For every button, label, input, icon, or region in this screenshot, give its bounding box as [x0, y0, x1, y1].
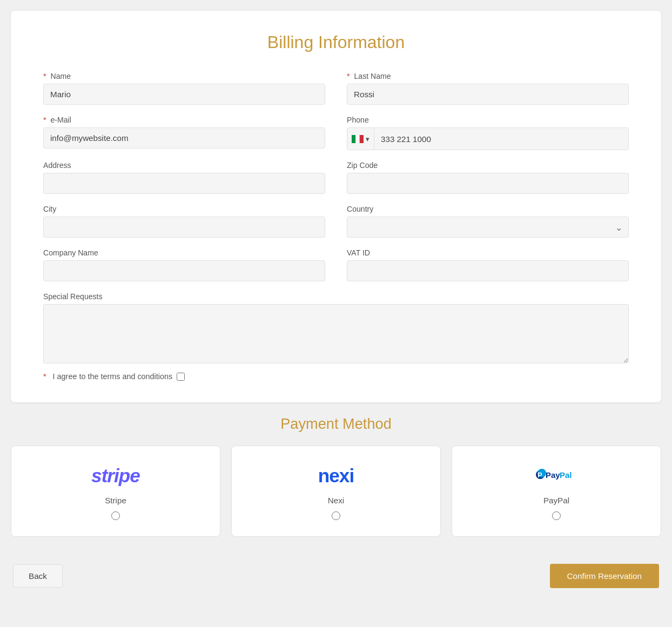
special-requests-label: Special Requests [43, 292, 629, 301]
page-wrapper: Billing Information * Name * Last Name [11, 11, 661, 588]
stripe-payment-card[interactable]: stripe Stripe [11, 446, 220, 537]
address-group: Address [43, 161, 325, 194]
special-requests-group: Special Requests [43, 292, 629, 363]
address-label: Address [43, 161, 325, 170]
paypal-radio[interactable] [552, 511, 561, 520]
vat-id-input[interactable] [347, 260, 629, 281]
phone-label: Phone [347, 116, 629, 124]
zip-code-group: Zip Code [347, 161, 629, 194]
italy-flag-icon [352, 135, 364, 143]
stripe-radio[interactable] [111, 511, 120, 520]
svg-text:P: P [537, 471, 542, 479]
stripe-name: Stripe [105, 496, 126, 505]
billing-title: Billing Information [43, 32, 629, 52]
phone-input[interactable] [374, 129, 628, 149]
billing-card: Billing Information * Name * Last Name [11, 11, 661, 402]
stripe-logo: stripe [91, 462, 140, 489]
phone-flag[interactable]: ▾ [347, 128, 374, 150]
special-requests-textarea[interactable] [43, 304, 629, 363]
name-required-star: * [43, 72, 46, 80]
payment-section: Payment Method stripe Stripe nexi Nexi [11, 415, 661, 548]
name-group: * Name [43, 72, 325, 105]
paypal-logo: P Pay Pal [535, 462, 578, 489]
zip-code-label: Zip Code [347, 161, 629, 170]
name-label: * Name [43, 72, 325, 80]
nexi-radio[interactable] [332, 511, 340, 520]
nexi-logo: nexi [318, 462, 354, 489]
footer-buttons: Back Confirm Reservation [11, 564, 661, 588]
svg-text:Pay: Pay [546, 470, 560, 480]
svg-rect-2 [360, 135, 364, 143]
svg-rect-1 [355, 135, 359, 143]
svg-rect-0 [352, 135, 355, 143]
back-button[interactable]: Back [13, 564, 63, 588]
email-label: * e-Mail [43, 116, 325, 124]
email-required-star: * [43, 116, 46, 124]
name-input[interactable] [43, 84, 325, 105]
email-input[interactable] [43, 127, 325, 149]
city-group: City [43, 205, 325, 238]
svg-text:Pal: Pal [560, 470, 572, 480]
terms-checkbox[interactable] [177, 373, 185, 381]
address-input[interactable] [43, 173, 325, 194]
country-label: Country [347, 205, 629, 213]
payment-title: Payment Method [11, 415, 661, 433]
last-name-label: * Last Name [347, 72, 629, 80]
terms-label: I agree to the terms and conditions [53, 372, 173, 381]
country-select-wrapper: Italy United States Germany France [347, 217, 629, 238]
payment-grid: stripe Stripe nexi Nexi [11, 446, 661, 537]
last-name-required-star: * [347, 72, 350, 80]
form-grid: * Name * Last Name * [43, 72, 629, 363]
nexi-payment-card[interactable]: nexi Nexi [231, 446, 441, 537]
email-group: * e-Mail [43, 116, 325, 150]
terms-required-star: * [43, 372, 46, 381]
paypal-payment-card[interactable]: P Pay Pal PayPal [452, 446, 661, 537]
country-group: Country Italy United States Germany Fran… [347, 205, 629, 238]
country-select[interactable]: Italy United States Germany France [347, 217, 629, 238]
company-name-input[interactable] [43, 260, 325, 281]
vat-id-label: VAT ID [347, 248, 629, 257]
city-input[interactable] [43, 217, 325, 238]
terms-row: * I agree to the terms and conditions [43, 372, 629, 381]
paypal-icon: P Pay Pal [535, 467, 578, 485]
confirm-button[interactable]: Confirm Reservation [550, 564, 659, 588]
last-name-group: * Last Name [347, 72, 629, 105]
company-name-group: Company Name [43, 248, 325, 281]
vat-id-group: VAT ID [347, 248, 629, 281]
last-name-input[interactable] [347, 84, 629, 105]
paypal-name: PayPal [543, 496, 569, 505]
phone-wrapper: ▾ [347, 127, 629, 150]
phone-group: Phone ▾ [347, 116, 629, 150]
company-name-label: Company Name [43, 248, 325, 257]
city-label: City [43, 205, 325, 213]
billing-form: * Name * Last Name * [43, 72, 629, 381]
nexi-name: Nexi [328, 496, 344, 505]
zip-code-input[interactable] [347, 173, 629, 194]
